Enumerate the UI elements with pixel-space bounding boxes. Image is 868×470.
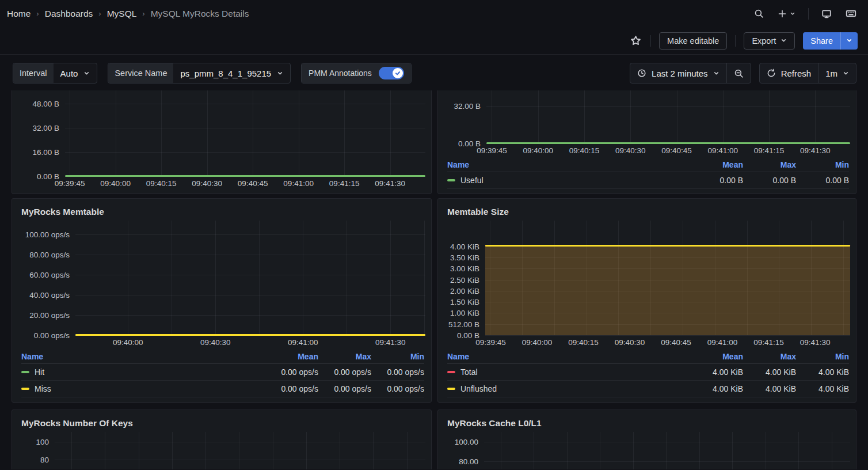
add-button[interactable] bbox=[776, 8, 797, 20]
legend-series-miss[interactable]: Miss bbox=[21, 384, 265, 393]
gridline bbox=[832, 432, 832, 469]
x-axis: 09:39:4509:40:0009:40:1509:40:3009:40:45… bbox=[485, 335, 850, 348]
y-axis-tick: 2.50 KiB bbox=[450, 275, 479, 284]
gridline bbox=[215, 221, 216, 335]
legend-column-mean[interactable]: Mean bbox=[690, 352, 743, 361]
y-axis-tick: 1.00 KiB bbox=[450, 309, 479, 317]
panel-title[interactable]: Memtable Size bbox=[438, 203, 856, 221]
legend-swatch bbox=[21, 388, 29, 390]
gridline bbox=[424, 221, 425, 335]
y-axis-tick: 32.00 B bbox=[32, 124, 59, 132]
y-axis-tick: 100.00 ops/s bbox=[25, 230, 70, 239]
x-axis-tick: 09:40:30 bbox=[200, 338, 231, 347]
dashboard-toolbar: Interval Auto Service Name ps_pmm_8_4_1_… bbox=[0, 55, 868, 90]
plot-area bbox=[484, 432, 850, 469]
legend-swatch bbox=[447, 371, 455, 373]
legend-column-max[interactable]: Max bbox=[743, 160, 796, 169]
panel-title[interactable]: MyRocks Number Of Keys bbox=[12, 415, 431, 432]
share-button[interactable]: Share bbox=[803, 32, 840, 50]
share-menu-button[interactable] bbox=[840, 32, 858, 50]
gridline bbox=[766, 432, 766, 469]
legend-value: 4.00 KiB bbox=[690, 384, 743, 393]
x-axis-tick: 09:41:00 bbox=[707, 338, 738, 347]
refresh-picker: Refresh 1m bbox=[759, 63, 856, 84]
panel-title[interactable]: MyRocks Memtable bbox=[12, 203, 431, 221]
chevron-down-icon bbox=[781, 37, 787, 44]
y-axis-tick: 48.00 B bbox=[32, 100, 59, 108]
y-axis-tick: 100 bbox=[36, 438, 49, 446]
x-axis-tick: 09:40:15 bbox=[146, 179, 177, 188]
legend-column-min[interactable]: Min bbox=[796, 160, 849, 169]
chevron-down-icon bbox=[83, 70, 90, 77]
x-axis-tick: 09:41:00 bbox=[288, 338, 318, 347]
x-axis-tick: 09:40:00 bbox=[113, 338, 143, 347]
series-fill-unflushed bbox=[485, 247, 850, 335]
time-range-button[interactable]: Last 2 minutes bbox=[630, 63, 726, 83]
legend-column-mean[interactable]: Mean bbox=[265, 352, 318, 361]
export-button[interactable]: Export bbox=[744, 32, 795, 50]
x-axis-tick: 09:40:00 bbox=[522, 338, 553, 347]
y-axis-tick: 32.00 B bbox=[454, 102, 481, 111]
legend-column-max[interactable]: Max bbox=[743, 352, 796, 361]
zoom-out-button[interactable] bbox=[726, 63, 751, 83]
x-axis-tick: 09:39:45 bbox=[477, 146, 507, 155]
breadcrumb-home[interactable]: Home bbox=[7, 9, 31, 19]
gridline bbox=[172, 221, 172, 335]
y-axis-tick: 40.00 ops/s bbox=[29, 291, 70, 300]
export-label: Export bbox=[752, 36, 776, 46]
gridline bbox=[798, 432, 799, 469]
pmm-annotations-label: PMM Annotations bbox=[309, 69, 372, 78]
legend-table: NameMeanMaxMinTotal4.00 KiB4.00 KiB4.00 … bbox=[438, 348, 856, 397]
x-axis-tick: 09:41:00 bbox=[708, 146, 738, 155]
x-axis: 09:39:4509:40:0009:40:1509:40:3009:40:45… bbox=[486, 143, 850, 156]
add-icon bbox=[778, 9, 787, 18]
legend-series-hit[interactable]: Hit bbox=[21, 367, 265, 377]
refresh-icon bbox=[767, 69, 776, 78]
legend-row: Useful0.00 B0.00 B0.00 B bbox=[447, 172, 849, 189]
legend-value: 4.00 KiB bbox=[796, 367, 849, 377]
gridline bbox=[600, 432, 600, 469]
panel-memtable-size: Memtable Size4.00 KiB3.50 KiB3.00 KiB2.5… bbox=[437, 198, 856, 403]
interval-select[interactable]: Auto bbox=[54, 63, 97, 83]
refresh-button[interactable]: Refresh bbox=[760, 63, 818, 83]
y-axis: 100.00 ops/s80.00 ops/s60.00 ops/s40.00 … bbox=[12, 221, 75, 335]
gridline bbox=[65, 104, 425, 104]
x-axis-tick: 09:40:15 bbox=[569, 146, 600, 155]
breadcrumb-mysql[interactable]: MySQL bbox=[107, 9, 137, 19]
legend-column-mean[interactable]: Mean bbox=[690, 160, 743, 169]
keyboard-icon bbox=[846, 8, 856, 19]
legend-series-useful[interactable]: Useful bbox=[447, 176, 690, 185]
legend-column-min[interactable]: Min bbox=[796, 352, 849, 361]
keyboard-shortcuts-button[interactable] bbox=[844, 7, 858, 20]
divider bbox=[735, 35, 736, 47]
legend-column-name: Name bbox=[447, 160, 690, 169]
x-axis-tick: 09:41:30 bbox=[800, 146, 831, 155]
monitor-icon bbox=[821, 9, 832, 19]
x-axis-tick: 09:41:15 bbox=[754, 146, 785, 155]
make-editable-button[interactable]: Make editable bbox=[659, 32, 727, 50]
legend-column-min[interactable]: Min bbox=[371, 352, 424, 361]
legend-value: 4.00 KiB bbox=[690, 367, 743, 377]
kiosk-mode-button[interactable] bbox=[820, 7, 833, 20]
legend-series-total[interactable]: Total bbox=[447, 367, 690, 377]
dashboard-actions-bar: Make editable Export Share bbox=[0, 27, 868, 55]
legend-series-unflushed[interactable]: Unflushed bbox=[447, 384, 690, 393]
breadcrumb-dashboards[interactable]: Dashboards bbox=[45, 9, 93, 19]
star-dashboard-button[interactable] bbox=[629, 34, 642, 47]
search-button[interactable] bbox=[753, 7, 765, 20]
breadcrumb-separator: › bbox=[98, 9, 101, 18]
page-title: MySQL MyRocks Details bbox=[151, 9, 249, 19]
gridline bbox=[105, 432, 105, 469]
panel-myrocks-memtable: MyRocks Memtable100.00 ops/s80.00 ops/s6… bbox=[12, 198, 432, 403]
refresh-interval-select[interactable]: 1m bbox=[818, 63, 856, 83]
pmm-annotations-toggle[interactable] bbox=[379, 67, 404, 79]
service-name-select[interactable]: ps_pmm_8_4_1_95215 bbox=[173, 63, 290, 83]
clock-icon bbox=[637, 69, 646, 78]
legend-column-max[interactable]: Max bbox=[318, 352, 371, 361]
pmm-annotations-control: PMM Annotations bbox=[301, 63, 412, 84]
dashboard-scroll-area: Interval Auto Service Name ps_pmm_8_4_1_… bbox=[0, 55, 868, 469]
x-axis-tick: 09:40:00 bbox=[100, 179, 131, 188]
y-axis-tick: 4.00 KiB bbox=[450, 242, 479, 251]
panel-title[interactable]: MyRocks Cache L0/L1 bbox=[438, 415, 856, 432]
gridline bbox=[347, 221, 347, 335]
